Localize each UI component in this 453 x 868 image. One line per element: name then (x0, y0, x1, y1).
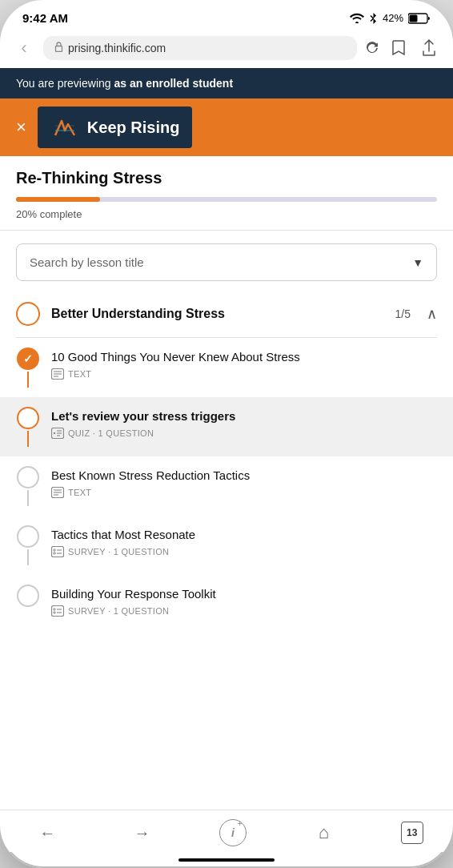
home-icon: ⌂ (319, 822, 329, 843)
address-bar[interactable]: prising.thinkific.com (43, 36, 357, 60)
list-item[interactable]: Building Your Response Toolkit SURVEY · … (16, 575, 437, 626)
info-nav-button[interactable]: i + (219, 819, 247, 846)
progress-label: 20% complete (16, 208, 437, 220)
back-chevron-icon: ‹ (21, 38, 26, 58)
search-dropdown[interactable]: Search by lesson title ▼ (16, 243, 437, 281)
battery-percent: 42% (383, 12, 403, 24)
preview-text-bold: as an enrolled student (114, 77, 233, 90)
chapter-title: Better Understanding Stress (51, 307, 384, 321)
course-logo-text: Keep Rising (87, 119, 180, 137)
chapter-section: Better Understanding Stress 1/5 ∧ ✓ 10 G… (0, 294, 453, 626)
lesson-indicator-col (16, 585, 40, 607)
home-indicator-bar (178, 858, 275, 862)
lesson-connector-line (27, 372, 29, 388)
lesson-meta: SURVEY · 1 QUESTION (51, 546, 437, 557)
info-icon: i + (231, 826, 235, 839)
quiz-lesson-icon (51, 428, 64, 439)
lesson-content: 10 Good Things You Never Knew About Stre… (51, 348, 437, 380)
lesson-circle-incomplete (17, 466, 39, 488)
lesson-list: ✓ 10 Good Things You Never Knew About St… (16, 338, 437, 626)
browser-back-nav-button[interactable]: ← (30, 818, 65, 847)
list-item[interactable]: Let's review your stress triggers QUIZ ·… (0, 397, 453, 456)
lesson-title: Tactics that Most Resonate (51, 527, 437, 543)
lesson-circle-completed: ✓ (17, 348, 39, 370)
lesson-type-label: SURVEY · 1 QUESTION (68, 547, 169, 557)
reload-button[interactable] (365, 41, 379, 55)
lesson-indicator-col: ✓ (16, 348, 40, 388)
svg-point-9 (54, 432, 55, 433)
address-text: prising.thinkific.com (68, 42, 346, 54)
course-header: × Keep Rising (0, 98, 453, 156)
bottom-nav: ← → i + ⌂ 13 (0, 810, 453, 852)
progress-bar-container (16, 197, 437, 202)
preview-banner: You are previewing as an enrolled studen… (0, 68, 453, 98)
lesson-type-label: QUIZ · 1 QUESTION (68, 428, 154, 438)
status-time: 9:42 AM (22, 11, 68, 25)
svg-point-19 (54, 552, 55, 553)
home-nav-button[interactable]: ⌂ (306, 818, 341, 847)
lesson-type-label: TEXT (68, 369, 91, 379)
course-title: Re-Thinking Stress (16, 169, 437, 187)
home-indicator (0, 852, 453, 868)
chevron-down-icon: ▼ (412, 256, 423, 269)
chapter-count: 1/5 (395, 307, 411, 320)
lesson-connector-line (27, 549, 29, 565)
lesson-connector-line (27, 431, 29, 447)
divider (0, 230, 453, 231)
svg-point-18 (54, 549, 55, 550)
list-item[interactable]: Best Known Stress Reduction Tactics TEXT (16, 456, 437, 516)
bookmark-button[interactable] (387, 37, 410, 59)
survey-lesson-icon (51, 546, 64, 557)
text-lesson-icon (51, 368, 64, 380)
tabs-nav-button[interactable]: 13 (401, 822, 423, 844)
search-section: Search by lesson title ▼ (0, 243, 453, 294)
text-lesson-icon (51, 487, 64, 498)
lesson-title: Best Known Stress Reduction Tactics (51, 468, 437, 484)
svg-rect-2 (56, 46, 62, 52)
wifi-icon (350, 13, 364, 23)
lesson-meta: SURVEY · 1 QUESTION (51, 605, 437, 617)
lesson-content: Let's review your stress triggers QUIZ ·… (51, 407, 437, 439)
status-bar: 9:42 AM 42% (0, 0, 453, 31)
plus-icon: + (237, 818, 242, 828)
lesson-content: Tactics that Most Resonate SURVEY · 1 QU… (51, 525, 437, 557)
browser-bar: ‹ prising.thinkific.com (0, 31, 453, 68)
course-logo-icon (50, 113, 79, 142)
svg-rect-1 (410, 14, 418, 22)
svg-rect-3 (50, 113, 79, 142)
lesson-circle-incomplete (17, 585, 39, 607)
browser-forward-nav-button[interactable]: → (125, 818, 160, 847)
browser-back-button[interactable]: ‹ (13, 37, 35, 59)
chapter-header[interactable]: Better Understanding Stress 1/5 ∧ (16, 294, 437, 338)
close-button[interactable]: × (16, 119, 26, 136)
forward-arrow-icon: → (134, 824, 150, 842)
lesson-circle-incomplete (17, 525, 39, 548)
status-icons: 42% (350, 12, 431, 25)
survey-lesson-icon (51, 605, 64, 617)
svg-rect-22 (52, 605, 64, 616)
search-placeholder-text: Search by lesson title (30, 255, 144, 269)
svg-point-23 (54, 608, 55, 609)
svg-rect-17 (52, 546, 64, 557)
lesson-content: Best Known Stress Reduction Tactics TEXT (51, 466, 437, 498)
lesson-indicator-col (16, 525, 40, 565)
lesson-type-label: SURVEY · 1 QUESTION (68, 606, 169, 616)
course-logo-box: Keep Rising (38, 106, 193, 148)
progress-bar-fill (16, 197, 100, 202)
list-item[interactable]: Tactics that Most Resonate SURVEY · 1 QU… (16, 516, 437, 575)
lesson-title: Let's review your stress triggers (51, 408, 437, 424)
lesson-meta: TEXT (51, 368, 437, 380)
lesson-title: 10 Good Things You Never Knew About Stre… (51, 349, 437, 365)
share-button[interactable] (418, 37, 440, 59)
main-content: Re-Thinking Stress 20% complete Search b… (0, 156, 453, 810)
lesson-title: Building Your Response Toolkit (51, 586, 437, 602)
lesson-connector-line (27, 490, 29, 506)
phone-frame: 9:42 AM 42% ‹ prising.thinkific.com (0, 0, 453, 868)
preview-text-prefix: You are previewing (16, 77, 114, 90)
lesson-content: Building Your Response Toolkit SURVEY · … (51, 585, 437, 617)
lesson-indicator-col (16, 407, 40, 447)
svg-point-24 (54, 611, 55, 613)
chapter-chevron-icon: ∧ (427, 305, 437, 323)
lesson-circle-current (17, 407, 39, 429)
list-item[interactable]: ✓ 10 Good Things You Never Knew About St… (16, 338, 437, 397)
